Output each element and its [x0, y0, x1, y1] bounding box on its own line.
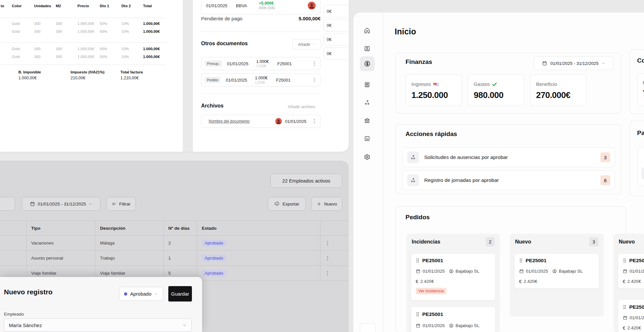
sidebar-item-reports[interactable] [361, 132, 374, 145]
metric-ingresos: Ingresos 1.250.000 [405, 74, 462, 106]
bank-icon [364, 117, 370, 124]
sidebar-item-home[interactable] [361, 24, 374, 37]
drag-handle-icon[interactable] [623, 305, 627, 309]
euro-icon: € [623, 279, 625, 284]
employee-field-label: Empleado [4, 312, 24, 317]
pending-value: 5.000,00€ [299, 16, 321, 21]
calendar-icon [416, 323, 421, 328]
kanban-column-incidencias: Incidencias 2 PE25001 01/01/2025 Bajabaj… [406, 234, 500, 332]
divider [1, 65, 166, 65]
clipped-amount-row: 0€ [323, 5, 349, 17]
app-root: to Color Unidades M2 Precio Dto 1 Dto 2 … [0, 0, 644, 332]
person-circle-icon [449, 269, 454, 274]
calendar-icon [30, 201, 35, 206]
kebab-menu-icon[interactable]: ⋮ [325, 256, 330, 261]
euro-icon: € [416, 279, 418, 284]
dashboard-sheet: Inicio Finanzas 01/01/2025 - 31/12/2025 … [353, 12, 644, 332]
status-select[interactable]: Aprobado [119, 287, 163, 301]
calendar-icon [416, 269, 421, 274]
invoice-total-grand: Total factura 1.210,00€ [120, 70, 143, 80]
sidebar-item-employees[interactable] [361, 42, 374, 55]
save-button[interactable]: Guardar [168, 286, 192, 302]
active-employees-chip[interactable]: 22 Empleados activos [270, 174, 342, 188]
filter-button[interactable]: Filtrar [106, 197, 136, 211]
clipped-toolbar-button[interactable] [0, 197, 15, 211]
org-nodes-icon [407, 174, 419, 186]
order-card[interactable]: PE25001 01/01/2025 Bajabajo SL € 2.420€ … [411, 253, 496, 301]
chart-board-icon [364, 135, 370, 142]
order-card[interactable]: PE25001 01/01/2025 Bajabajo SL [411, 306, 496, 332]
export-button[interactable]: Exportar [268, 197, 306, 211]
calendar-icon [623, 269, 628, 274]
order-card[interactable]: PE25001 01/01/2025 € 2.420€ [618, 253, 644, 289]
quick-action-absences[interactable]: Solicitudes de ausencias por aprobar 3 [402, 147, 615, 167]
movement-date: 01/01/2025 [206, 3, 227, 8]
add-document-button[interactable]: Añadir [292, 39, 321, 49]
invoice-sheet: to Color Unidades M2 Precio Dto 1 Dto 2 … [0, 0, 349, 152]
check-icon [492, 82, 497, 87]
count-badge: 8 [600, 175, 610, 185]
divider [1, 42, 166, 43]
finanzas-date-range[interactable]: 01/01/2025 - 31/12/2025 [534, 56, 613, 70]
add-file-link[interactable]: Añadir archivo [288, 104, 315, 109]
doc-type-badge: Presup. [205, 61, 222, 67]
clipped-amount-row: 0€ [323, 33, 349, 46]
movement-amounts: +5.000€ 400€ (IVA) [259, 1, 275, 10]
status-badge[interactable]: Aprobado [202, 240, 226, 246]
kanban-column-nuevo-2: Nuevo PE25001 01/01/2025 € 2.420€ [613, 234, 644, 332]
chevron-down-icon [602, 62, 605, 65]
sidebar-item-organization[interactable] [361, 96, 374, 109]
drag-handle-icon[interactable] [519, 258, 523, 263]
product-row: Gold 300 300 1.000,00€ 50% 10% 1.000,00€ [1, 29, 166, 33]
document-row[interactable]: Pedido 01/01/2025 1.000€ 1.210€ F25001 ⋮ [201, 73, 321, 87]
invoice-total-tax: Impuesto (IVA21%) 210,00€ [71, 70, 104, 80]
drag-handle-icon[interactable] [416, 258, 420, 263]
table-row[interactable]: Vacaciones Málaga 2 Aprobado ⋮ [0, 236, 349, 251]
file-row[interactable]: Nombre del documento 01/01/2025 ⋮ [201, 115, 321, 128]
id-badge-icon [364, 45, 370, 52]
calendar-icon [623, 315, 628, 320]
quick-action-workdays[interactable]: Registro de jornadas por aprobar 8 [402, 170, 615, 190]
kebab-menu-icon[interactable]: ⋮ [325, 241, 330, 246]
document-row[interactable]: Presup. 01/01/2025 1.000€ 1.210€ F25001 … [201, 57, 321, 70]
count-badge: 3 [600, 152, 610, 162]
column-count-badge: 2 [486, 237, 495, 246]
kebab-menu-icon[interactable]: ⋮ [312, 61, 317, 66]
drag-handle-icon[interactable] [623, 258, 627, 263]
clipped-metric: H 7 [637, 73, 644, 106]
file-name-link[interactable]: Nombre del documento [209, 119, 250, 124]
employee-select[interactable]: María Sánchez [4, 319, 192, 332]
drag-handle-icon[interactable] [416, 312, 420, 317]
status-badge[interactable]: Aprobado [202, 255, 226, 262]
new-record-button[interactable]: Nuevo [311, 197, 342, 211]
kebab-menu-icon[interactable]: ⋮ [325, 271, 330, 276]
other-docs-title: Otros documentos [201, 41, 248, 47]
files-title: Archivos [201, 103, 223, 109]
invoice-total-base: B. Imponible 1.000,00€ [18, 70, 41, 80]
status-badge[interactable]: Aprobado [202, 270, 226, 277]
clipped-card-pagos: Pa [630, 121, 644, 196]
kebab-menu-icon[interactable]: ⋮ [312, 77, 317, 83]
order-card[interactable]: PE25001 01/01/2025 € 2.420€ [618, 299, 644, 332]
sidebar-footer-box [360, 323, 376, 332]
chevron-down-icon [312, 43, 316, 46]
sidebar-item-settings[interactable] [361, 150, 374, 164]
avatar [275, 118, 282, 125]
home-icon [364, 27, 370, 34]
order-card[interactable]: PE25001 01/01/2025 Bajabajo SL € 2.420€ [514, 253, 599, 289]
bank-movement-row[interactable]: 01/01/2025 BBVA +5.000€ 400€ (IVA) [201, 0, 321, 14]
finanzas-title: Finanzas [405, 58, 432, 66]
products-table-header: to Color Unidades M2 Precio Dto 1 Dto 2 … [1, 4, 166, 8]
person-circle-icon [449, 323, 454, 328]
page-title: Inicio [395, 27, 416, 36]
kebab-menu-icon[interactable]: ⋮ [312, 119, 317, 124]
table-row[interactable]: Asunto personal Trabajo 1 Aprobado ⋮ [0, 251, 349, 266]
date-range-filter[interactable]: 01/01/2025 - 31/12/2025 [22, 197, 100, 211]
new-record-modal: Nuevo registro Aprobado Guardar Empleado… [0, 277, 202, 332]
sidebar-item-finance[interactable] [360, 56, 375, 71]
sidebar-item-bank[interactable] [361, 114, 374, 127]
movement-bank: BBVA [236, 3, 247, 8]
pedidos-card: Pedidos Incidencias 2 PE25001 01/01/2025… [395, 206, 626, 332]
incident-tag[interactable]: Ver incidencia [416, 288, 447, 294]
sidebar-item-invoices[interactable] [361, 78, 374, 91]
